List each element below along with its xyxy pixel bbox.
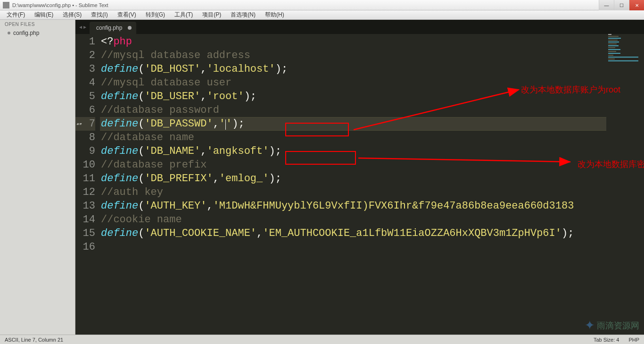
code-line[interactable]: <?php	[100, 35, 644, 49]
code-line[interactable]: define('DB_PREFIX','emlog_');	[100, 172, 644, 185]
code-container: 12345678910111213141516“” <?php//mysql d…	[75, 34, 644, 335]
maximize-button[interactable]: ☐	[614, 0, 629, 10]
code-line[interactable]: //mysql database address	[100, 49, 644, 62]
tab-strip: ◂ ▸ config.php	[75, 20, 644, 34]
code-line[interactable]: define('DB_USER','root');	[100, 90, 644, 103]
status-position[interactable]: ASCII, Line 7, Column 21	[5, 337, 63, 343]
editor-area: ◂ ▸ config.php 12345678910111213141516“”…	[75, 20, 644, 335]
code-line[interactable]: define('DB_NAME','angksoft');	[100, 144, 644, 158]
code-line[interactable]: //mysql database user	[100, 76, 644, 90]
tab[interactable]: config.php	[90, 22, 136, 34]
menu-item[interactable]: 文件(F)	[3, 10, 29, 20]
menu-item[interactable]: 帮助(H)	[261, 10, 288, 20]
gutter-mark-icon: “”	[76, 119, 82, 133]
tab-nav-arrows[interactable]: ◂ ▸	[79, 24, 86, 30]
menu-item[interactable]: 转到(G)	[142, 10, 169, 20]
minimize-button[interactable]: —	[599, 0, 614, 10]
menu-item[interactable]: 查找(I)	[87, 10, 111, 20]
window-title: D:\wamp\www\config.php • - Sublime Text	[12, 2, 108, 8]
title-bar: D:\wamp\www\config.php • - Sublime Text …	[0, 0, 644, 10]
sidebar-item[interactable]: config.php	[0, 29, 75, 37]
menu-bar: 文件(F)编辑(E)选择(S)查找(I)查看(V)转到(G)工具(T)项目(P)…	[0, 10, 644, 20]
code-line[interactable]: //database prefix	[100, 158, 644, 172]
code-line[interactable]: //auth key	[100, 185, 644, 199]
menu-item[interactable]: 项目(P)	[198, 10, 225, 20]
status-language[interactable]: PHP	[628, 337, 639, 343]
code-line[interactable]	[100, 240, 644, 254]
sidebar: OPEN FILES config.php	[0, 20, 75, 335]
code-line[interactable]: define('AUTH_KEY','M1DwH&FHMUyyblY6L9Vxf…	[100, 199, 644, 213]
sidebar-header: OPEN FILES	[0, 20, 75, 29]
code-line[interactable]: define('DB_PASSWD','');	[100, 117, 644, 131]
menu-item[interactable]: 首选项(N)	[227, 10, 259, 20]
menu-item[interactable]: 编辑(E)	[31, 10, 57, 20]
code-editor[interactable]: <?php//mysql database addressdefine('DB_…	[100, 34, 644, 335]
status-tab-size[interactable]: Tab Size: 4	[594, 337, 619, 343]
code-line[interactable]: //cookie name	[100, 213, 644, 227]
tab-modified-icon	[128, 26, 132, 30]
window-controls: — ☐ ✕	[599, 0, 644, 10]
code-line[interactable]: //database password	[100, 103, 644, 117]
code-line[interactable]: define('AUTH_COOKIE_NAME','EM_AUTHCOOKIE…	[100, 227, 644, 240]
menu-item[interactable]: 工具(T)	[171, 10, 197, 20]
app-icon	[3, 2, 9, 8]
close-button[interactable]: ✕	[629, 0, 644, 10]
workspace: OPEN FILES config.php ◂ ▸ config.php 123…	[0, 20, 644, 335]
code-line[interactable]: define('DB_HOST','localhost');	[100, 62, 644, 76]
menu-item[interactable]: 选择(S)	[59, 10, 85, 20]
code-line[interactable]: //database name	[100, 131, 644, 144]
dirty-indicator-icon	[8, 32, 10, 34]
line-number-gutter: 12345678910111213141516“”	[75, 34, 100, 335]
menu-item[interactable]: 查看(V)	[114, 10, 140, 20]
status-bar: ASCII, Line 7, Column 21 Tab Size: 4 PHP	[0, 335, 644, 344]
